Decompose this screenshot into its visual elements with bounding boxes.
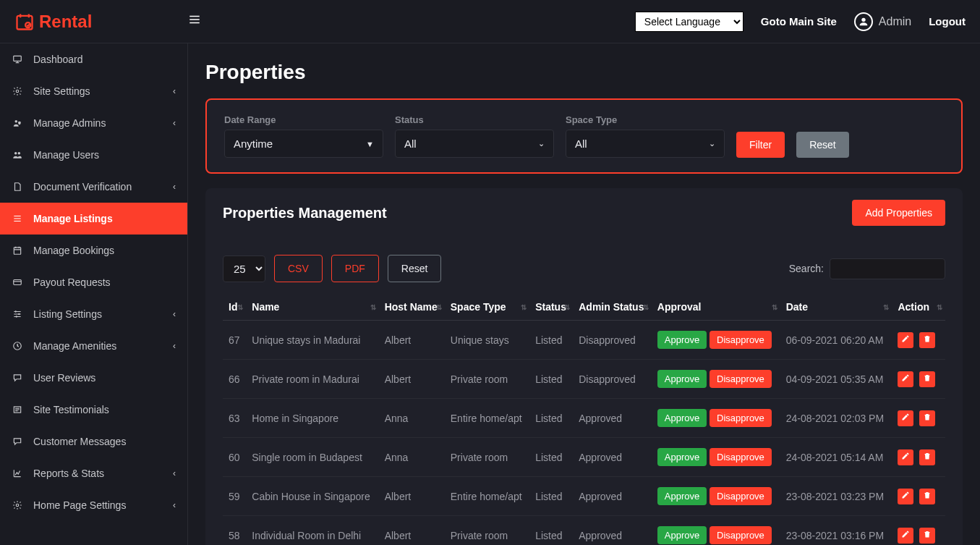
approve-button[interactable]: Approve <box>657 331 707 349</box>
svg-point-12 <box>16 316 17 317</box>
cell-name: Private room in Madurai <box>246 360 378 399</box>
svg-point-15 <box>16 504 19 507</box>
pencil-icon <box>901 373 910 384</box>
space-type-select[interactable]: All ⌄ <box>566 130 725 158</box>
sidebar-item-manage-listings[interactable]: Manage Listings <box>0 203 187 235</box>
menu-toggle-icon[interactable] <box>188 13 201 30</box>
disapprove-button[interactable]: Disapprove <box>710 526 772 544</box>
col-space-type[interactable]: Space Type⇅ <box>445 294 529 321</box>
pencil-icon <box>901 491 910 502</box>
cell-host: Anna <box>379 399 445 438</box>
sort-icon: ⇅ <box>237 303 243 311</box>
cell-status: Listed <box>529 438 573 477</box>
sidebar-item-label: Home Page Settings <box>33 499 126 511</box>
edit-button[interactable] <box>898 489 913 504</box>
sidebar-item-site-settings[interactable]: Site Settings ‹ <box>0 75 187 107</box>
cell-host: Anna <box>379 438 445 477</box>
col-admin-status[interactable]: Admin Status⇅ <box>573 294 652 321</box>
delete-button[interactable] <box>919 489 935 504</box>
sidebar-item-customer-messages[interactable]: Customer Messages <box>0 426 187 457</box>
cell-action <box>892 321 945 360</box>
doc-icon <box>12 181 23 193</box>
sidebar-item-home-page-settings[interactable]: Home Page Settings ‹ <box>0 489 187 521</box>
approve-button[interactable]: Approve <box>657 448 707 466</box>
delete-button[interactable] <box>919 410 935 426</box>
goto-main-link[interactable]: Goto Main Site <box>761 15 837 28</box>
chevron-left-icon: ‹ <box>173 118 176 128</box>
sidebar-item-reports-&-stats[interactable]: Reports & Stats ‹ <box>0 457 187 489</box>
filter-button[interactable]: Filter <box>736 132 785 158</box>
reset-filter-button[interactable]: Reset <box>796 132 849 158</box>
cell-space: Entire home/apt <box>445 477 529 516</box>
cell-approval: Approve Disapprove <box>652 399 780 438</box>
table-row: 58 Individual Room in Delhi Albert Priva… <box>223 516 945 546</box>
disapprove-button[interactable]: Disapprove <box>710 331 772 349</box>
col-approval[interactable]: Approval⇅ <box>652 294 780 321</box>
disapprove-button[interactable]: Disapprove <box>710 487 772 505</box>
col-name[interactable]: Name⇅ <box>246 294 378 321</box>
sidebar-item-user-reviews[interactable]: User Reviews <box>0 362 187 394</box>
edit-button[interactable] <box>898 371 913 387</box>
export-csv-button[interactable]: CSV <box>274 255 323 282</box>
clock-icon <box>12 340 23 352</box>
language-select[interactable]: Select Language <box>635 12 743 32</box>
cell-host: Albert <box>379 516 445 546</box>
sidebar-item-manage-bookings[interactable]: Manage Bookings <box>0 235 187 266</box>
cell-id: 66 <box>223 360 246 399</box>
sidebar-item-label: Payout Requests <box>33 276 111 288</box>
delete-button[interactable] <box>919 449 935 465</box>
sidebar-item-document-verification[interactable]: Document Verification ‹ <box>0 171 187 203</box>
approve-button[interactable]: Approve <box>657 526 707 544</box>
approve-button[interactable]: Approve <box>657 370 707 388</box>
sidebar-item-manage-admins[interactable]: Manage Admins ‹ <box>0 107 187 139</box>
edit-button[interactable] <box>898 332 913 348</box>
trash-icon <box>923 530 932 541</box>
sidebar-item-site-testimonials[interactable]: Site Testimonials <box>0 394 187 426</box>
sidebar-item-label: Manage Users <box>33 149 99 161</box>
approve-button[interactable]: Approve <box>657 487 707 505</box>
col-host-name[interactable]: Host Name⇅ <box>379 294 445 321</box>
edit-button[interactable] <box>898 449 913 465</box>
sidebar-item-payout-requests[interactable]: Payout Requests <box>0 266 187 298</box>
export-pdf-button[interactable]: PDF <box>331 255 379 282</box>
user-name: Admin <box>879 15 911 28</box>
table-controls: 25 CSV PDF Reset Search: <box>223 255 945 282</box>
monitor-icon <box>12 54 23 65</box>
chevron-left-icon: ‹ <box>173 86 176 96</box>
page-size-select[interactable]: 25 <box>223 255 265 282</box>
trash-icon <box>923 413 932 423</box>
user-menu[interactable]: Admin <box>854 12 911 31</box>
delete-button[interactable] <box>919 332 935 348</box>
management-card: Properties Management Add Properties 25 … <box>205 188 963 545</box>
status-select[interactable]: All ⌄ <box>395 130 554 158</box>
reset-table-button[interactable]: Reset <box>388 255 442 282</box>
text-icon <box>12 404 23 415</box>
col-action[interactable]: Action⇅ <box>892 294 945 321</box>
delete-button[interactable] <box>919 528 935 544</box>
sidebar-item-manage-users[interactable]: Manage Users <box>0 139 187 171</box>
sidebar-item-dashboard[interactable]: Dashboard <box>0 43 187 75</box>
col-date[interactable]: Date⇅ <box>780 294 892 321</box>
disapprove-button[interactable]: Disapprove <box>710 409 772 427</box>
cell-id: 67 <box>223 321 246 360</box>
sidebar-item-label: Manage Bookings <box>33 245 114 256</box>
col-id[interactable]: Id⇅ <box>223 294 246 321</box>
svg-point-10 <box>15 310 17 312</box>
disapprove-button[interactable]: Disapprove <box>710 370 772 388</box>
logout-link[interactable]: Logout <box>929 15 966 28</box>
approve-button[interactable]: Approve <box>657 409 707 427</box>
svg-point-6 <box>14 152 17 155</box>
cell-action <box>892 360 945 399</box>
edit-button[interactable] <box>898 410 913 426</box>
brand-logo[interactable]: Rental <box>14 12 188 32</box>
date-range-input[interactable]: Anytime ▼ <box>224 130 383 158</box>
delete-button[interactable] <box>919 371 935 387</box>
col-status[interactable]: Status⇅ <box>529 294 573 321</box>
sidebar-item-listing-settings[interactable]: Listing Settings ‹ <box>0 298 187 330</box>
disapprove-button[interactable]: Disapprove <box>710 448 772 466</box>
edit-button[interactable] <box>898 528 913 544</box>
add-properties-button[interactable]: Add Properties <box>852 200 945 226</box>
search-input[interactable] <box>830 258 945 279</box>
sidebar-item-manage-amenities[interactable]: Manage Amenities ‹ <box>0 330 187 362</box>
brand-name: Rental <box>39 12 92 32</box>
